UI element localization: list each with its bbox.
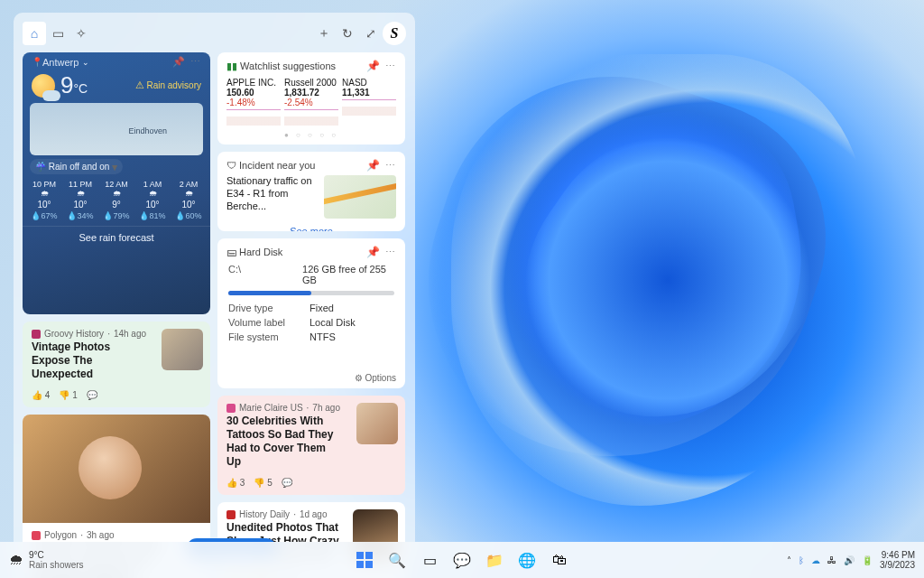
weather-advisory: ⚠ Rain advisory — [135, 79, 201, 90]
user-avatar[interactable]: S — [383, 22, 406, 45]
svg-rect-2 — [356, 561, 364, 568]
hourly-forecast: 10 PM🌧10°💧67% 11 PM🌧10°💧34% 12 AM🌧9°💧79%… — [23, 176, 210, 226]
add-widget-icon[interactable]: ＋ — [312, 22, 336, 45]
store-icon[interactable]: 🛍 — [546, 546, 573, 573]
rain-summary[interactable]: ☔ Rain off and on ▶ — [30, 159, 123, 174]
weather-map[interactable] — [30, 103, 203, 155]
traffic-card[interactable]: 🛡 Incident near you📌⋯ Stationary traffic… — [217, 152, 405, 231]
expand-icon[interactable]: ⤢ — [359, 22, 383, 45]
watchlist-card[interactable]: ▮▮ Watchlist suggestions📌⋯ APPLE INC.150… — [217, 52, 405, 144]
refresh-icon[interactable]: ↻ — [336, 22, 359, 45]
edge-icon[interactable]: 🌐 — [513, 546, 541, 573]
traffic-seemore-link[interactable]: See more — [217, 222, 405, 231]
svg-rect-3 — [365, 561, 373, 568]
disk-options-link[interactable]: ⚙ Options — [355, 373, 396, 383]
weather-card[interactable]: 📍 Antwerp ⌄ 📌 ⋯ 9°C ⚠ Rain advisory ☔ Ra… — [23, 52, 210, 314]
tab-home-icon[interactable]: ⌂ — [23, 22, 46, 45]
news-hero-image — [23, 415, 210, 523]
tab-video-icon[interactable]: ▭ — [46, 22, 69, 45]
taskbar-clock[interactable]: 9:46 PM3/9/2023 — [880, 550, 915, 570]
tab-sports-icon[interactable]: ✧ — [69, 22, 93, 45]
news-thumb — [162, 329, 203, 370]
widgets-panel: ⌂ ▭ ✧ ＋ ↻ ⤢ S 📍 Antwerp ⌄ 📌 ⋯ 9°C ⚠ R — [14, 13, 415, 564]
svg-rect-1 — [365, 552, 373, 559]
task-view-icon[interactable]: ▭ — [416, 546, 443, 573]
start-button[interactable] — [351, 546, 378, 573]
traffic-map — [324, 175, 396, 219]
hard-disk-card[interactable]: 🖴 Hard Disk📌⋯ C:\126 GB free of 255 GB D… — [217, 238, 405, 388]
news-card-1[interactable]: Groovy History · 14h ago Vintage Photos … — [23, 322, 210, 407]
battery-icon[interactable]: 🔋 — [862, 555, 873, 565]
search-icon[interactable]: 🔍 — [383, 546, 411, 573]
disk-usage-bar — [228, 291, 311, 295]
taskbar: 🌧 9°CRain showers 🔍 ▭ 💬 📁 🌐 🛍 ˄ ᛒ ☁ 🖧 🔊 … — [0, 542, 924, 578]
bluetooth-icon[interactable]: ᛒ — [799, 555, 804, 565]
volume-icon[interactable]: 🔊 — [844, 555, 855, 565]
tray-chevron-icon[interactable]: ˄ — [787, 555, 791, 565]
taskbar-weather[interactable]: 🌧 9°CRain showers — [0, 550, 84, 570]
panel-header: ⌂ ▭ ✧ ＋ ↻ ⤢ S — [23, 20, 406, 47]
network-icon[interactable]: 🖧 — [827, 555, 836, 565]
forecast-link[interactable]: See rain forecast — [23, 226, 210, 248]
news-thumb — [356, 403, 398, 444]
onedrive-icon[interactable]: ☁ — [811, 555, 820, 565]
explorer-icon[interactable]: 📁 — [481, 546, 508, 573]
weather-location: Antwerp — [42, 57, 79, 68]
chat-icon[interactable]: 💬 — [448, 546, 476, 573]
svg-rect-0 — [356, 552, 364, 559]
news-card-3[interactable]: Marie Claire US · 7h ago 30 Celebrities … — [217, 396, 405, 495]
